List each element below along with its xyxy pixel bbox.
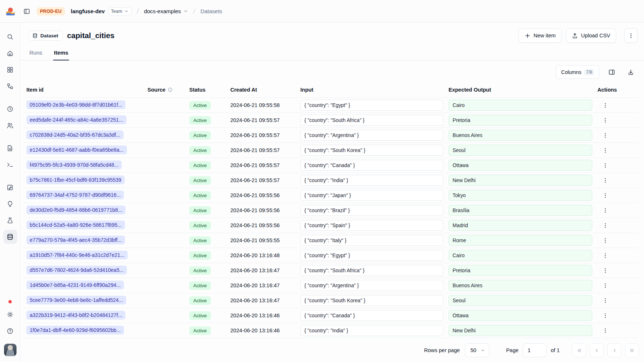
export-download-button[interactable] [624,66,637,79]
sidebar-item-experiments[interactable] [3,213,17,227]
row-actions-button[interactable] [600,265,611,276]
row-actions-button[interactable] [600,310,611,321]
item-id-link[interactable]: c702838d-24d5-40a2-bf35-67dc3a3df... [26,130,124,139]
expected-output-cell[interactable]: Seoul [449,145,592,156]
item-id-link[interactable]: e12430df-5e81-4687-aabb-f0ea65be8a... [26,145,127,154]
sidebar-item-evaluation[interactable] [3,180,17,194]
item-id-link[interactable]: de30d2e0-f5d9-4854-88b6-0619771b8... [26,206,125,214]
item-id-link[interactable]: a322b319-9412-4f43-b8f2-b20484127f... [26,311,125,319]
item-id-link[interactable]: b75c7861-1fbe-45cf-bdf6-83f139c95539 [26,176,125,184]
item-id-link[interactable]: d557e7d6-7802-4624-9da6-52d410ea5... [26,266,127,274]
row-actions-button[interactable] [600,190,611,201]
next-page-button[interactable] [607,343,621,357]
last-page-button[interactable] [625,343,639,357]
columns-button[interactable]: Columns 7/8 [556,65,599,79]
prev-page-button[interactable] [590,343,604,357]
sidebar-item-playground[interactable] [3,158,17,171]
upload-csv-button[interactable]: Upload CSV [566,28,616,43]
row-actions-button[interactable] [600,130,611,141]
expected-output-cell[interactable]: Ottawa [449,160,592,171]
sidebar-item-support[interactable] [3,324,17,338]
expected-output-cell[interactable]: Brasília [449,205,592,216]
rows-per-page-select[interactable]: 50 [465,343,489,357]
item-id-link[interactable]: f4975c95-5fc3-4939-970d-58fa5cd48... [26,160,122,169]
table-view-options-button[interactable] [605,66,618,79]
row-actions-button[interactable] [600,220,611,231]
input-cell[interactable]: { "country": "South Africa" } [300,265,443,276]
expected-output-cell[interactable]: Seoul [449,295,592,306]
expected-output-cell[interactable]: Cairo [449,100,592,111]
user-avatar-button[interactable] [4,344,17,356]
expected-output-cell[interactable]: Ottawa [449,310,592,321]
input-cell[interactable]: { "country": "Japan" } [300,190,443,201]
expected-output-cell[interactable]: New Delhi [449,325,592,336]
sidebar-item-settings[interactable] [3,307,17,321]
row-actions-button[interactable] [600,250,611,261]
input-cell[interactable]: { "country": "Brazil" } [300,205,443,216]
first-page-button[interactable] [572,343,586,357]
row-actions-button[interactable] [600,115,611,126]
sidebar-toggle-button[interactable] [21,5,33,18]
environment-badge[interactable]: PROD-EU [37,7,65,15]
item-id-link[interactable]: 1d45b0e7-b85a-4231-9149-6ff90a294... [26,281,124,289]
tab-runs[interactable]: Runs [29,47,43,60]
input-cell[interactable]: { "country": "India" } [300,325,443,336]
row-actions-button[interactable] [600,280,611,291]
row-actions-button[interactable] [600,175,611,186]
row-actions-button[interactable] [600,145,611,156]
input-cell[interactable]: { "country": "Egypt" } [300,250,443,261]
input-cell[interactable]: { "country": "Canada" } [300,310,443,321]
sidebar-item-tracing[interactable] [3,79,17,93]
page-input[interactable] [523,343,546,357]
sidebar-item-prompts[interactable] [3,141,17,155]
expected-output-cell[interactable]: New Delhi [449,175,592,186]
item-id-link[interactable]: 1f0e7da1-dbff-4e60-929d-f6095602bb... [26,326,124,335]
input-cell[interactable]: { "country": "Italy" } [300,235,443,246]
input-cell[interactable]: { "country": "Spain" } [300,220,443,231]
expected-output-cell[interactable]: Tokyo [449,190,592,201]
item-id-link[interactable]: b5c144cd-52a5-4a80-926e-58617f895... [26,221,125,229]
tab-items[interactable]: Items [53,47,69,60]
row-actions-button[interactable] [600,295,611,306]
sidebar-item-users[interactable] [3,118,17,132]
item-id-link[interactable]: eed5dafe-244f-465c-a84c-4a6e357251... [26,115,127,124]
row-actions-button[interactable] [600,325,611,336]
sidebar-item-sessions[interactable] [3,102,17,116]
expected-output-cell[interactable]: Buenos Aires [449,280,592,291]
dataset-actions-button[interactable] [624,28,637,43]
input-cell[interactable]: { "country": "South Korea" } [300,295,443,306]
expected-output-cell[interactable]: Rome [449,235,592,246]
input-cell[interactable]: { "country": "Egypt" } [300,100,443,111]
breadcrumb-section[interactable]: Datasets [201,8,222,14]
item-id-link[interactable]: 69764737-34af-4752-9787-d90df9616... [26,191,124,199]
expected-output-cell[interactable]: Cairo [449,250,592,261]
sidebar-item-insights[interactable] [3,197,17,211]
input-cell[interactable]: { "country": "South Africa" } [300,115,443,126]
input-cell[interactable]: { "country": "Canada" } [300,160,443,171]
sidebar-item-datasets[interactable] [3,230,17,244]
input-cell[interactable]: { "country": "Argentina" } [300,130,443,141]
expected-output-cell[interactable]: Buenos Aires [449,130,592,141]
expected-output-cell[interactable]: Pretoria [449,265,592,276]
input-cell[interactable]: { "country": "India" } [300,175,443,186]
item-id-link[interactable]: a1910d57-7f84-440c-9e46-a31c2d7e21... [26,251,128,259]
input-cell[interactable]: { "country": "South Korea" } [300,145,443,156]
org-type-dropdown[interactable]: Team [108,7,132,15]
row-actions-button[interactable] [600,100,611,111]
item-id-link[interactable]: 5cee7779-3e00-4eb8-be8c-1affedd524... [26,296,126,304]
expected-output-cell[interactable]: Pretoria [449,115,592,126]
langfuse-logo[interactable] [0,6,21,16]
new-item-button[interactable]: New item [519,28,561,43]
sidebar-item-dashboards[interactable] [3,63,17,77]
sidebar-item-search[interactable] [3,30,17,44]
item-id-link[interactable]: 05109ef0-2e3b-4e03-98dd-8f7d01b61f... [26,100,125,109]
project-dropdown[interactable]: docs-examples [144,8,188,14]
item-id-link[interactable]: e779a270-579a-4f45-aec4-35b72d3bff... [26,236,125,244]
row-actions-button[interactable] [600,160,611,171]
expected-output-cell[interactable]: Madrid [449,220,592,231]
row-actions-button[interactable] [600,235,611,246]
row-actions-button[interactable] [600,205,611,216]
org-name[interactable]: langfuse-dev [71,8,105,14]
sidebar-item-home[interactable] [3,46,17,60]
input-cell[interactable]: { "country": "Argentina" } [300,280,443,291]
